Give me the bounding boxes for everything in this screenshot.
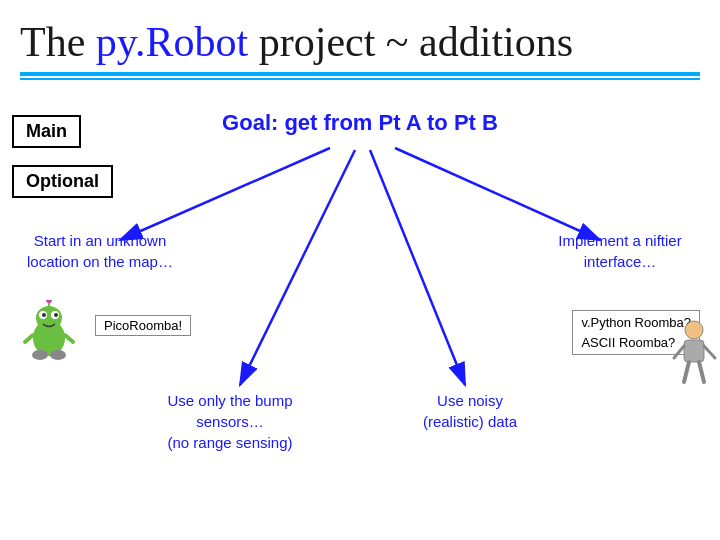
goal-label: Goal: get from Pt A to Pt B bbox=[222, 110, 498, 136]
title-brand: py.Robot bbox=[96, 19, 248, 65]
label-start-unknown: Start in an unknown location on the map… bbox=[20, 230, 180, 272]
main-label: Main bbox=[12, 115, 81, 148]
picoroomba-box: PicoRoomba! bbox=[95, 315, 191, 336]
svg-point-15 bbox=[46, 300, 52, 303]
svg-line-7 bbox=[370, 150, 465, 385]
divider-bottom bbox=[20, 78, 700, 80]
optional-label: Optional bbox=[12, 165, 113, 198]
svg-point-16 bbox=[32, 350, 48, 360]
svg-point-20 bbox=[685, 321, 703, 339]
label-noisy: Use noisy (realistic) data bbox=[390, 390, 550, 432]
svg-line-24 bbox=[674, 346, 684, 358]
title-suffix: project ~ additions bbox=[248, 19, 573, 65]
slide-title: The py.Robot project ~ additions bbox=[20, 18, 700, 66]
label-implement: Implement a niftier interface… bbox=[530, 230, 710, 272]
svg-point-17 bbox=[50, 350, 66, 360]
svg-line-18 bbox=[25, 335, 33, 342]
svg-point-12 bbox=[42, 313, 46, 317]
divider-top bbox=[20, 72, 700, 76]
label-bump-sensors: Use only the bump sensors… (no range sen… bbox=[140, 390, 320, 453]
svg-line-25 bbox=[704, 346, 715, 358]
title-prefix: The bbox=[20, 19, 96, 65]
robot-icon bbox=[22, 300, 77, 360]
svg-line-22 bbox=[684, 362, 689, 382]
svg-line-4 bbox=[120, 148, 330, 240]
svg-line-23 bbox=[699, 362, 704, 382]
svg-line-19 bbox=[65, 335, 73, 342]
svg-line-5 bbox=[395, 148, 600, 240]
slide: The py.Robot project ~ additions Main Op… bbox=[0, 0, 720, 540]
person-icon bbox=[672, 320, 712, 380]
svg-point-13 bbox=[54, 313, 58, 317]
svg-rect-21 bbox=[684, 340, 704, 362]
svg-line-6 bbox=[240, 150, 355, 385]
